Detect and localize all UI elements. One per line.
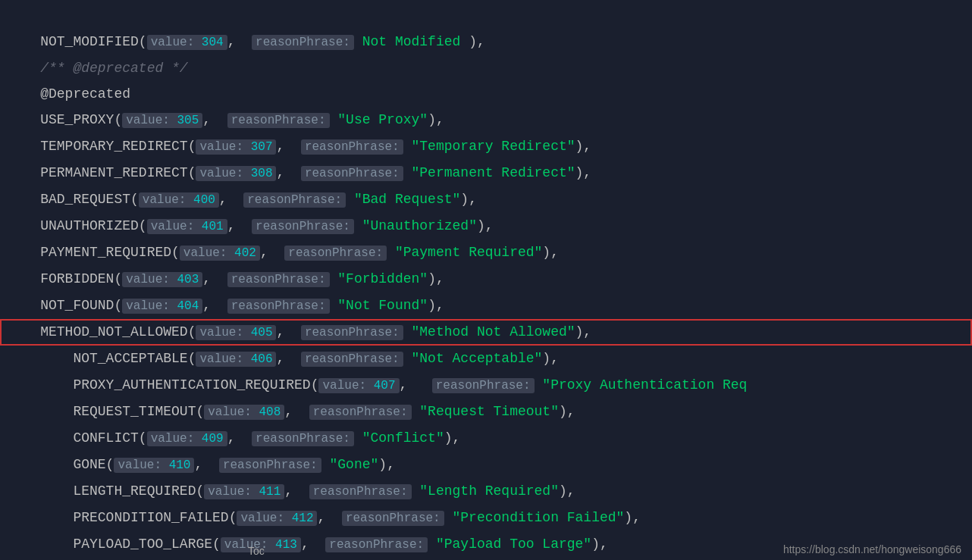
code-plain: ,: [284, 483, 309, 499]
code-badge: value: 405: [196, 325, 276, 340]
badge-label: value:: [199, 167, 250, 180]
code-badge: reasonPhrase:: [219, 458, 321, 473]
code-string: "Not Found": [330, 298, 428, 313]
code-plain: ,: [202, 298, 227, 313]
badge-label: reasonPhrase:: [305, 140, 400, 154]
badge-label: value:: [199, 140, 250, 154]
badge-value: 403: [177, 273, 199, 286]
code-badge: reasonPhrase:: [227, 113, 330, 128]
code-badge: reasonPhrase:: [342, 511, 444, 526]
code-plain: ),: [575, 139, 592, 154]
code-plain: BAD_REQUEST(: [8, 192, 139, 207]
code-badge: value: 408: [204, 405, 284, 420]
code-badge: reasonPhrase:: [301, 325, 403, 340]
badge-label: reasonPhrase:: [329, 538, 424, 552]
code-plain: NOT_MODIFIED(: [8, 34, 147, 49]
code-line: UNAUTHORIZED(value: 401, reasonPhrase: "…: [0, 213, 972, 239]
code-string: "Method Not Allowed": [403, 324, 575, 339]
code-plain: ,: [317, 510, 341, 525]
code-badge: reasonPhrase:: [309, 405, 412, 420]
badge-value: 307: [251, 140, 273, 154]
badge-value: 405: [251, 326, 273, 339]
badge-label: reasonPhrase:: [256, 36, 350, 49]
code-plain: METHOD_NOT_ALLOWED(: [8, 324, 196, 339]
code-line: REQUEST_TIMEOUT(value: 408, reasonPhrase…: [0, 399, 972, 425]
badge-label: value:: [322, 379, 373, 393]
code-plain: REQUEST_TIMEOUT(: [8, 404, 204, 419]
badge-label: reasonPhrase:: [305, 326, 400, 339]
code-plain: ,: [260, 245, 284, 260]
code-line: GONE(value: 410, reasonPhrase: "Gone"),: [0, 452, 972, 478]
badge-label: reasonPhrase:: [436, 379, 531, 393]
code-plain: CONFLICT(: [8, 430, 147, 446]
badge-label: value:: [151, 220, 202, 233]
code-badge: reasonPhrase:: [301, 166, 403, 181]
code-plain: FORBIDDEN(: [8, 271, 122, 286]
badge-label: reasonPhrase:: [231, 299, 326, 313]
code-badge: reasonPhrase:: [252, 219, 354, 234]
code-plain: UNAUTHORIZED(: [8, 218, 147, 233]
code-string: "Permanent Redirect": [403, 165, 575, 180]
badge-label: reasonPhrase:: [305, 352, 400, 366]
badge-label: reasonPhrase:: [223, 458, 318, 472]
code-string: "Not Acceptable": [403, 351, 543, 366]
code-string: "Conflict": [354, 430, 444, 446]
code-line: PAYMENT_REQUIRED(value: 402, reasonPhras…: [0, 239, 972, 266]
code-string: Not Modified: [354, 34, 460, 49]
badge-label: value:: [118, 458, 168, 472]
code-plain: ,: [227, 34, 252, 49]
code-plain: PERMANENT_REDIRECT(: [8, 165, 196, 180]
code-plain: PAYMENT_REQUIRED(: [8, 245, 180, 260]
badge-label: value:: [143, 193, 193, 207]
code-string: "Forbidden": [330, 271, 428, 286]
code-line: PRECONDITION_FAILED(value: 412, reasonPh…: [0, 505, 972, 531]
code-line: NOT_MODIFIED(value: 304, reasonPhrase: N…: [0, 29, 972, 55]
code-line: CONFLICT(value: 409, reasonPhrase: "Conf…: [0, 425, 972, 452]
badge-label: value:: [199, 352, 250, 366]
badge-label: value:: [240, 512, 291, 525]
code-plain: USE_PROXY(: [8, 112, 122, 127]
code-string: "Proxy Authentication Req: [535, 377, 748, 393]
code-badge: value: 409: [147, 431, 227, 446]
code-string: "Use Proxy": [330, 112, 428, 127]
badge-value: 402: [234, 246, 256, 260]
code-string: "Payment Required": [387, 245, 542, 260]
code-plain: ),: [559, 404, 575, 419]
badge-value: 409: [202, 432, 224, 446]
code-line: /** @deprecated */: [0, 55, 972, 81]
badge-value: 410: [169, 458, 191, 472]
badge-value: 412: [292, 512, 314, 525]
code-badge: reasonPhrase:: [325, 537, 428, 552]
code-plain: NOT_FOUND(: [8, 298, 122, 313]
badge-label: value:: [199, 326, 250, 339]
code-plain: ),: [624, 510, 641, 525]
code-badge: value: 401: [147, 219, 227, 234]
badge-label: reasonPhrase:: [247, 193, 342, 207]
badge-label: reasonPhrase:: [256, 220, 350, 233]
code-plain: ,: [301, 537, 325, 552]
code-plain: ),: [428, 271, 444, 286]
code-plain: ,: [202, 271, 227, 286]
code-plain: ,: [227, 430, 252, 446]
badge-label: reasonPhrase:: [305, 167, 400, 180]
badge-label: reasonPhrase:: [231, 114, 326, 127]
code-string: "Gone": [321, 457, 379, 472]
badge-value: 413: [275, 538, 297, 552]
code-plain: ),: [460, 192, 477, 207]
badge-value: 401: [202, 220, 224, 233]
code-badge: reasonPhrase:: [252, 35, 354, 50]
code-string: "Length Required": [412, 483, 559, 499]
code-plain: TEMPORARY_REDIRECT(: [8, 139, 196, 154]
code-string: "Temporary Redirect": [403, 139, 575, 154]
badge-label: reasonPhrase:: [288, 246, 383, 260]
code-plain: ),: [460, 34, 484, 49]
code-plain: PRECONDITION_FAILED(: [8, 510, 237, 525]
badge-label: value:: [126, 299, 177, 313]
code-plain: ,: [276, 165, 300, 180]
code-line: LENGTH_REQUIRED(value: 411, reasonPhrase…: [0, 478, 972, 505]
badge-value: 305: [177, 114, 199, 127]
code-line: METHOD_NOT_ALLOWED(value: 405, reasonPhr…: [0, 319, 972, 346]
code-badge: value: 400: [139, 192, 219, 208]
code-plain: NOT_ACCEPTABLE(: [8, 351, 196, 366]
code-string: "Payload Too Large": [428, 537, 591, 552]
